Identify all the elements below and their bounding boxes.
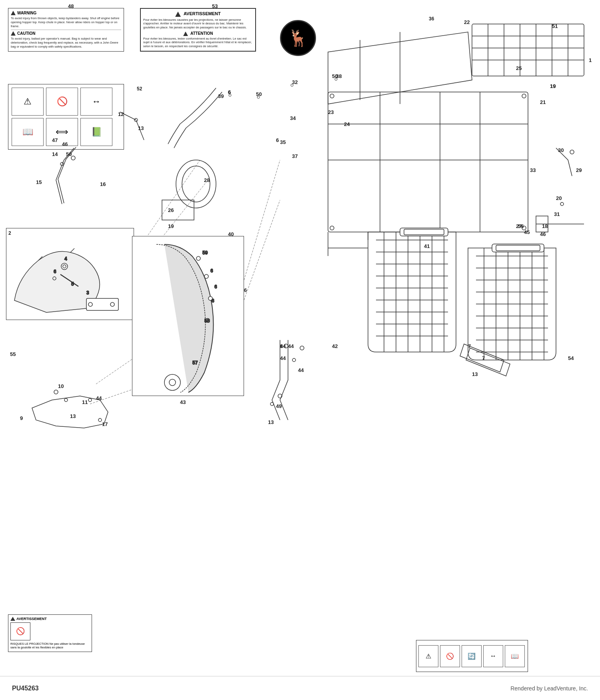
svg-text:9: 9 <box>20 415 23 421</box>
svg-text:50: 50 <box>66 151 72 157</box>
svg-point-164 <box>53 277 56 280</box>
svg-point-121 <box>300 346 304 350</box>
svg-text:41: 41 <box>424 243 430 249</box>
lower-assembly <box>270 340 304 420</box>
sym-noperson-sm: 🚫 <box>440 645 460 667</box>
svg-text:29: 29 <box>576 167 582 173</box>
svg-point-122 <box>292 358 296 362</box>
svg-text:31: 31 <box>554 211 560 217</box>
svg-rect-113 <box>162 200 194 220</box>
svg-point-170 <box>204 274 208 278</box>
svg-text:48: 48 <box>68 3 74 9</box>
svg-text:13: 13 <box>70 413 76 419</box>
svg-text:26: 26 <box>168 207 174 213</box>
svg-point-162 <box>61 263 68 270</box>
svg-text:44: 44 <box>288 343 294 349</box>
svg-text:7: 7 <box>468 343 471 349</box>
svg-point-52 <box>570 150 574 154</box>
svg-text:19: 19 <box>550 83 556 89</box>
hopper-body <box>328 92 528 232</box>
svg-text:1: 1 <box>589 57 592 63</box>
svg-point-44 <box>71 156 75 160</box>
warning-proj-icon: 🚫 <box>10 622 30 640</box>
svg-text:11: 11 <box>82 399 88 405</box>
sym-arrow-sm: ↔ <box>483 645 503 667</box>
svg-text:44: 44 <box>280 355 286 361</box>
svg-text:6: 6 <box>276 137 279 143</box>
warning-text-3: RISQUES LE PROJECTION Ne pas utiliser la… <box>10 642 90 650</box>
svg-text:6: 6 <box>244 287 247 293</box>
svg-text:47: 47 <box>52 137 58 143</box>
svg-text:39: 39 <box>218 93 224 99</box>
svg-text:28: 28 <box>204 177 210 183</box>
svg-text:15: 15 <box>36 179 42 185</box>
svg-text:6: 6 <box>214 284 217 290</box>
svg-text:3: 3 <box>86 290 89 296</box>
svg-text:12: 12 <box>118 111 124 117</box>
svg-text:34: 34 <box>290 115 296 121</box>
svg-rect-19 <box>328 92 528 232</box>
svg-point-25 <box>330 94 334 98</box>
svg-rect-2 <box>472 24 584 76</box>
part-label-2: 2 <box>8 230 11 236</box>
svg-text:46: 46 <box>62 141 68 147</box>
sym-cycle-sm: 🔄 <box>462 645 482 667</box>
svg-text:44: 44 <box>298 367 304 373</box>
parts-diagram: 48 53 51 1 22 25 19 <box>0 0 600 676</box>
svg-point-112 <box>182 166 210 202</box>
footer-rendered-by: Rendered by LeadVenture, Inc. <box>510 685 588 692</box>
footer-part-number: PU45263 <box>12 685 39 692</box>
warning-title-3: AVERTISSEMENT <box>10 617 90 621</box>
svg-point-137 <box>98 418 102 422</box>
svg-text:53: 53 <box>212 3 218 9</box>
svg-text:45: 45 <box>524 229 530 235</box>
svg-text:59: 59 <box>202 250 208 256</box>
svg-text:13: 13 <box>138 125 144 131</box>
svg-point-53 <box>560 202 564 206</box>
right-support <box>536 216 584 232</box>
svg-text:35: 35 <box>280 139 286 145</box>
warning-box-3: AVERTISSEMENT 🚫 RISQUES LE PROJECTION Ne… <box>8 614 92 652</box>
bin-left <box>368 228 456 352</box>
svg-text:54: 54 <box>568 355 574 361</box>
svg-text:42: 42 <box>332 343 338 349</box>
svg-text:5: 5 <box>71 281 74 287</box>
safety-symbols-box-2: ⚠ 🚫 🔄 ↔ 📖 <box>416 640 528 672</box>
svg-text:13: 13 <box>472 371 478 377</box>
svg-text:23: 23 <box>328 109 334 115</box>
svg-text:43: 43 <box>180 399 186 405</box>
svg-text:6: 6 <box>210 268 213 274</box>
svg-text:25: 25 <box>516 65 522 71</box>
svg-text:6: 6 <box>54 269 56 274</box>
svg-text:7: 7 <box>482 355 485 361</box>
svg-point-136 <box>88 398 92 402</box>
svg-line-152 <box>244 200 280 300</box>
svg-text:49: 49 <box>276 403 282 409</box>
svg-text:27: 27 <box>516 223 522 229</box>
svg-text:44: 44 <box>96 395 102 401</box>
bin-right <box>468 244 556 360</box>
svg-text:51: 51 <box>552 23 558 29</box>
svg-text:13: 13 <box>268 419 274 425</box>
svg-text:57: 57 <box>192 360 198 366</box>
hopper-top <box>328 32 472 104</box>
top-rack <box>472 24 584 76</box>
svg-text:10: 10 <box>58 383 64 389</box>
svg-point-26 <box>522 94 526 98</box>
sym-warning-sm: ⚠ <box>418 645 438 667</box>
svg-text:58: 58 <box>204 318 210 324</box>
svg-text:6: 6 <box>212 298 214 304</box>
warning-icon-row: 🚫 <box>10 622 90 640</box>
sym-book-sm: 📖 <box>505 645 525 667</box>
svg-point-179 <box>164 374 180 390</box>
svg-point-135 <box>64 398 68 402</box>
svg-text:44: 44 <box>280 343 286 349</box>
svg-text:22: 22 <box>464 19 470 25</box>
chute-assembly <box>168 88 222 148</box>
svg-text:17: 17 <box>102 421 108 427</box>
svg-line-151 <box>244 160 280 280</box>
svg-text:30: 30 <box>558 147 564 153</box>
footer-bar: PU45263 Rendered by LeadVenture, Inc. <box>0 676 600 700</box>
svg-text:24: 24 <box>344 121 350 127</box>
svg-text:33: 33 <box>530 167 536 173</box>
